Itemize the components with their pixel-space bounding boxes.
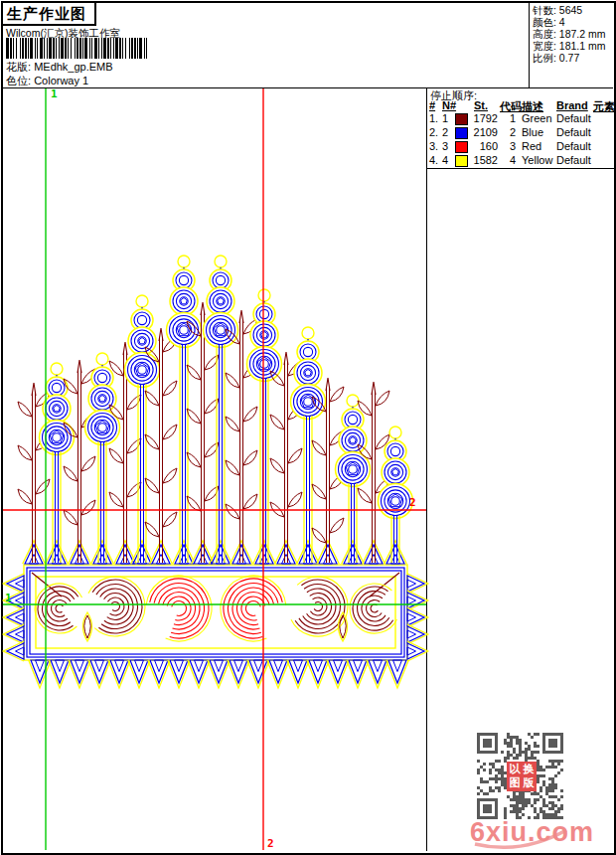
stamp-char: 版: [522, 776, 536, 790]
guide-label-red-right: 2: [409, 496, 416, 509]
qr-stamp: 以换图版: [507, 762, 537, 791]
stamp-char: 换: [522, 763, 536, 776]
stamp-char: 图: [508, 776, 522, 790]
watermark-logo[interactable]: 6xiu.com: [470, 817, 594, 848]
stamp-char: 以: [508, 763, 522, 776]
guide-label-green-left: 1: [5, 592, 12, 604]
guide-label-green-top: 1: [51, 87, 58, 100]
production-sheet: 生产作业图 Wilcom(汇京)装饰工作室 花版: MEdhk_gp.EMB 色…: [0, 0, 616, 855]
design-canvas: 1122: [0, 0, 616, 855]
embroidery-design: [3, 256, 427, 688]
guide-label-red-bottom: 2: [267, 837, 274, 850]
